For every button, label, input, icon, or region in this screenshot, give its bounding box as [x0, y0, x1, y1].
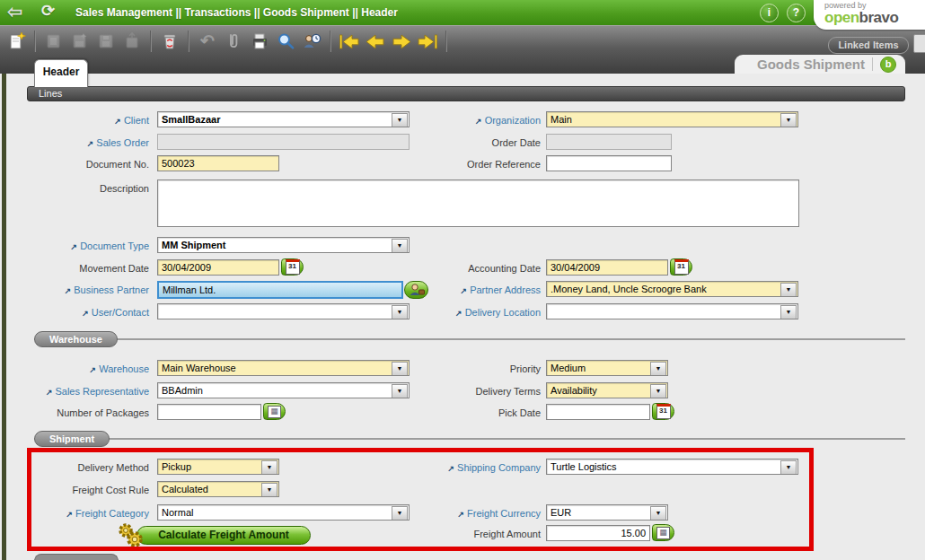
title-separator: [872, 57, 873, 71]
chevron-down-icon: ▼: [392, 239, 408, 253]
refresh-icon[interactable]: ⟳: [41, 1, 55, 21]
attachment-icon[interactable]: [223, 31, 244, 52]
toolbar-separator: [330, 31, 331, 52]
pick-date-label: Pick Date: [413, 406, 541, 420]
parent-link-icon: ↗: [90, 365, 97, 374]
document-type-label[interactable]: ↗Document Type: [0, 239, 149, 253]
user-contact-label[interactable]: ↗User/Contact: [0, 305, 149, 319]
delivery-terms-select[interactable]: Availability▼: [546, 382, 668, 398]
client-label[interactable]: ↗Client: [0, 113, 149, 127]
toolbar-separator: [150, 31, 152, 52]
delivery-location-select[interactable]: ▼: [546, 303, 798, 319]
pick-date-calendar-button[interactable]: 31: [652, 403, 674, 420]
form-view-icon[interactable]: [913, 34, 925, 53]
priority-select[interactable]: Medium▼: [546, 360, 668, 376]
partner-address-select[interactable]: .Money Land, Uncle Scroogre Bank▼: [546, 281, 798, 297]
info-icon[interactable]: i: [760, 4, 779, 22]
last-record-icon[interactable]: [417, 31, 438, 52]
next-section-header-partial: [34, 554, 119, 560]
shipping-company-label[interactable]: ↗Shipping Company: [413, 460, 541, 475]
partner-address-label[interactable]: ↗Partner Address: [413, 283, 541, 297]
priority-label: Priority: [413, 362, 541, 376]
parent-link-icon: ↗: [448, 464, 455, 473]
chevron-down-icon: ▼: [650, 506, 666, 521]
linked-items-button[interactable]: Linked Items: [828, 37, 909, 54]
delivery-method-select[interactable]: Pickup▼: [157, 459, 279, 475]
order-date-label: Order Date: [413, 136, 541, 150]
organization-label[interactable]: ↗Organization: [413, 113, 541, 127]
business-partner-label[interactable]: ↗Business Partner: [0, 283, 149, 297]
freight-currency-select[interactable]: EUR▼: [546, 504, 668, 521]
delete-icon[interactable]: [159, 31, 181, 52]
window-title: Goods Shipment: [757, 57, 865, 72]
warehouse-section-line: [34, 338, 905, 340]
delivery-method-label: Delivery Method: [0, 460, 149, 475]
freight-category-label[interactable]: ↗Freight Category: [0, 506, 149, 521]
audit-user-clock-icon[interactable]: [301, 31, 322, 52]
tab-lines[interactable]: Lines: [27, 86, 905, 101]
help-icon[interactable]: ?: [787, 4, 806, 22]
document-no-input[interactable]: 500023: [157, 155, 279, 171]
document-type-select[interactable]: MM Shipment▼: [157, 237, 410, 253]
chevron-down-icon: ▼: [780, 113, 797, 127]
openbravo-logo: powered by openbravo: [814, 0, 925, 30]
save-close-icon: [121, 31, 143, 52]
calculate-freight-amount-button[interactable]: Calculate Freight Amount: [137, 526, 311, 545]
sales-representative-label[interactable]: ↗Sales Representative: [0, 384, 149, 398]
parent-link-icon: ↗: [71, 242, 78, 251]
first-record-icon[interactable]: [339, 31, 360, 52]
next-record-icon[interactable]: [391, 31, 412, 52]
delivery-location-label[interactable]: ↗Delivery Location: [413, 305, 541, 319]
freight-amount-calculator-button[interactable]: ▦: [652, 524, 674, 541]
back-arrow-icon[interactable]: ⇦: [7, 1, 22, 22]
freight-cost-rule-select[interactable]: Calculated▼: [157, 481, 279, 497]
search-icon[interactable]: [275, 31, 296, 52]
number-of-packages-input[interactable]: [157, 404, 261, 420]
undo-icon[interactable]: ↶: [197, 31, 218, 52]
document-no-label: Document No.: [0, 157, 149, 171]
parent-link-icon: ↗: [87, 139, 94, 148]
previous-record-icon[interactable]: [365, 31, 386, 52]
freight-category-select[interactable]: Normal▼: [157, 504, 410, 521]
toolbar-separator: [34, 31, 36, 52]
calendar-icon: 31: [286, 259, 300, 275]
warehouse-label[interactable]: ↗Warehouse: [0, 362, 149, 376]
movement-date-calendar-button[interactable]: 31: [281, 258, 304, 276]
description-textarea[interactable]: [157, 179, 799, 227]
warehouse-select[interactable]: Main Warehouse▼: [157, 360, 410, 376]
sales-order-label[interactable]: ↗Sales Order: [0, 136, 149, 150]
shipment-section-header[interactable]: Shipment: [34, 431, 110, 447]
chevron-down-icon: ▼: [392, 362, 408, 376]
calendar-icon: 31: [656, 404, 671, 419]
copy-record-icon: [43, 31, 65, 52]
calculator-icon: ▦: [656, 527, 670, 539]
new-record-icon[interactable]: [5, 31, 27, 52]
accounting-date-calendar-button[interactable]: 31: [670, 258, 692, 276]
accounting-date-input[interactable]: 30/04/2009: [546, 259, 668, 276]
parent-link-icon: ↗: [455, 309, 462, 318]
breadcrumb[interactable]: Sales Management || Transactions || Good…: [75, 0, 398, 25]
freight-amount-input[interactable]: 15.00: [546, 525, 650, 541]
client-select[interactable]: SmallBazaar▼: [157, 111, 410, 127]
parent-link-icon: ↗: [46, 388, 53, 397]
order-date-input: [546, 134, 672, 150]
freight-currency-label[interactable]: ↗Freight Currency: [413, 506, 541, 521]
movement-date-input[interactable]: 30/04/2009: [157, 259, 279, 276]
number-of-packages-calculator-button[interactable]: ▦: [263, 403, 286, 420]
calendar-icon: 31: [674, 259, 689, 275]
business-partner-input[interactable]: Millman Ltd.: [157, 281, 403, 299]
warehouse-section-header[interactable]: Warehouse: [34, 331, 118, 347]
tab-header[interactable]: Header: [34, 59, 88, 87]
user-contact-select[interactable]: ▼: [157, 303, 410, 319]
sales-representative-select[interactable]: BBAdmin▼: [157, 382, 410, 398]
gears-icon: [114, 521, 146, 556]
pick-date-input[interactable]: [546, 404, 650, 420]
shipping-company-select[interactable]: Turtle Logistics▼: [546, 459, 798, 475]
organization-select[interactable]: Main▼: [546, 111, 798, 127]
order-reference-input[interactable]: [546, 155, 672, 171]
chevron-down-icon: ▼: [261, 460, 278, 475]
window-title-tab: Goods Shipment b: [735, 55, 905, 74]
toolbar-separator: [445, 31, 447, 52]
openbravo-wordmark: openbravo: [824, 10, 920, 26]
print-icon[interactable]: [249, 31, 270, 52]
